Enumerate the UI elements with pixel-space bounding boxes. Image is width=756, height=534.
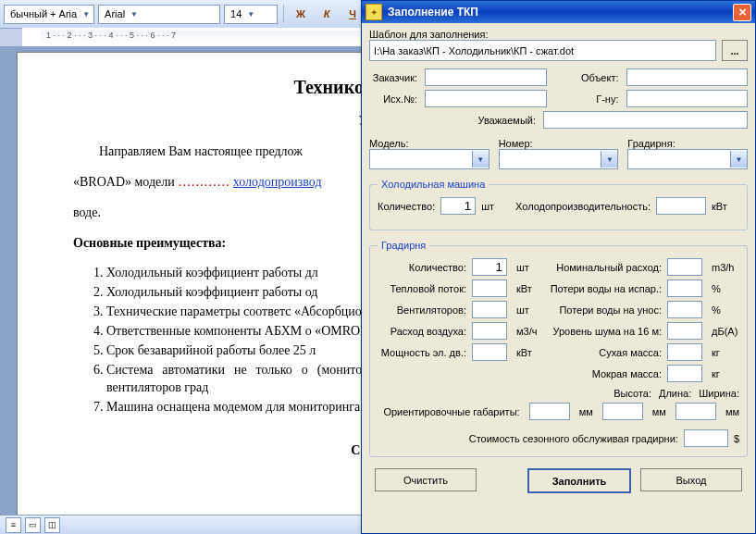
object-label: Объект: (554, 72, 619, 83)
evap-loss-label: Потери воды на испар.: (548, 283, 662, 294)
air-flow-input[interactable] (472, 322, 507, 340)
model-combo[interactable]: ▼ (369, 149, 490, 169)
italic-button[interactable]: К (316, 3, 338, 25)
tower-qty-input[interactable] (472, 258, 507, 276)
fans-input[interactable] (472, 301, 507, 318)
number-label: Номер: (499, 138, 619, 149)
outgoing-number-input[interactable] (425, 90, 547, 107)
motor-power-label: Мощность эл. дв.: (378, 347, 466, 358)
font-selector[interactable]: Arial▼ (98, 5, 220, 24)
tower-combo[interactable]: ▼ (627, 149, 748, 169)
dialog-title: Заполнение ТКП (388, 6, 733, 19)
fans-label: Вентиляторов: (378, 304, 466, 316)
font-size: 14 (230, 8, 242, 19)
drift-loss-label: Потери воды на унос: (548, 304, 662, 316)
cost-input[interactable] (684, 429, 728, 447)
bold-button[interactable]: Ж (290, 3, 312, 25)
chiller-legend: Холодильная машина (378, 179, 489, 190)
number-combo[interactable]: ▼ (499, 149, 619, 169)
dear-label: Уважаемый: (369, 115, 536, 126)
width-label: Ширина: (699, 388, 739, 399)
unit-kg: кг (712, 368, 739, 379)
noise-input[interactable] (667, 322, 702, 340)
unit-pct: % (712, 283, 739, 294)
orient-label: Ориентировочные габариты: (378, 406, 520, 417)
unit-m3hr: м3/ч (516, 326, 542, 337)
style-name: бычный + Aria (10, 8, 77, 19)
outgoing-number-label: Исх.№: (369, 93, 417, 105)
unit-pcs: шт (516, 262, 542, 273)
close-icon[interactable]: ✕ (733, 4, 751, 21)
template-label: Шаблон для заполнения: (369, 29, 748, 40)
exit-button[interactable]: Выход (640, 468, 742, 491)
chevron-down-icon: ▼ (82, 10, 90, 19)
unit-db: дБ(А) (712, 326, 739, 337)
customer-input[interactable] (425, 68, 547, 86)
height-label: Высота: (613, 388, 651, 399)
dear-input[interactable] (543, 111, 748, 129)
wet-mass-input[interactable] (667, 365, 702, 382)
unit-pcs: шт (516, 304, 542, 316)
unit-mm: мм (652, 406, 666, 417)
tkp-dialog: ✦ Заполнение ТКП ✕ Шаблон для заполнения… (361, 0, 756, 534)
style-selector[interactable]: бычный + Aria▼ (4, 5, 94, 24)
chevron-down-icon: ▼ (130, 10, 138, 19)
dry-mass-input[interactable] (667, 343, 702, 361)
chiller-group: Холодильная машина Количество: шт Холодо… (369, 179, 748, 230)
motor-power-input[interactable] (472, 343, 507, 361)
unit-mm: мм (725, 406, 739, 417)
dialog-titlebar[interactable]: ✦ Заполнение ТКП ✕ (362, 1, 755, 23)
font-size-selector[interactable]: 14▼ (224, 5, 278, 24)
font-name: Arial (105, 8, 125, 19)
cooling-capacity-label: Холодопроизводительность: (514, 201, 651, 212)
unit-kg: кг (712, 347, 739, 358)
object-input[interactable] (626, 68, 749, 86)
unit-kw: кВт (516, 347, 542, 358)
view-mode-icon[interactable]: ▭ (25, 517, 41, 533)
drift-loss-input[interactable] (667, 301, 702, 318)
heat-flow-label: Тепловой поток: (378, 283, 466, 294)
cost-label: Стоимость сезонного обслуживая градирни: (469, 433, 678, 444)
chevron-down-icon: ▼ (730, 151, 747, 168)
heat-flow-input[interactable] (472, 279, 507, 297)
dry-mass-label: Сухая масса: (548, 347, 662, 358)
view-mode-icon[interactable]: ◫ (44, 517, 60, 533)
length-input[interactable] (602, 403, 643, 420)
tower-group: Градирня Количество: шт Номинальный расх… (369, 240, 748, 457)
chevron-down-icon: ▼ (472, 151, 489, 168)
app-icon: ✦ (366, 4, 382, 20)
fill-button[interactable]: Заполнить (527, 468, 631, 493)
length-label: Длина: (659, 388, 691, 399)
noise-label: Уровень шума на 16 м: (548, 326, 662, 337)
unit-kw: кВт (516, 283, 542, 294)
unit-pct: % (712, 304, 739, 316)
unit-mm: мм (579, 406, 593, 417)
customer-label: Заказчик: (369, 72, 417, 83)
nominal-flow-input[interactable] (667, 258, 702, 276)
clear-button[interactable]: Очистить (375, 468, 477, 491)
template-path-input[interactable]: I:\На заказ\КП - Холодильник\КП - сжат.d… (369, 40, 716, 61)
tower-label: Градирня: (627, 138, 748, 149)
evap-loss-input[interactable] (667, 279, 702, 297)
browse-button[interactable]: ... (722, 40, 748, 61)
advantages-heading: Основные преимущества: (73, 236, 226, 250)
tower-legend: Градирня (378, 240, 429, 251)
unit-usd: $ (734, 433, 739, 444)
cooling-capacity-input[interactable] (656, 197, 706, 215)
air-flow-label: Расход воздуха: (378, 326, 466, 337)
width-input[interactable] (675, 403, 716, 420)
mr-label: Г-ну: (554, 93, 619, 105)
qty-input[interactable] (440, 197, 476, 215)
chevron-down-icon: ▼ (247, 10, 254, 19)
model-label: Модель: (369, 138, 490, 149)
qty-label: Количество: (378, 201, 435, 212)
height-input[interactable] (529, 403, 570, 420)
unit-kw: кВт (712, 201, 739, 212)
mr-input[interactable] (626, 90, 749, 107)
unit-m3h: m3/h (712, 262, 739, 273)
nominal-flow-label: Номинальный расход: (548, 262, 662, 273)
unit-pcs: шт (481, 201, 509, 212)
qty-label: Количество: (378, 262, 466, 273)
chevron-down-icon: ▼ (601, 151, 617, 168)
view-mode-icon[interactable]: ≡ (6, 517, 21, 533)
